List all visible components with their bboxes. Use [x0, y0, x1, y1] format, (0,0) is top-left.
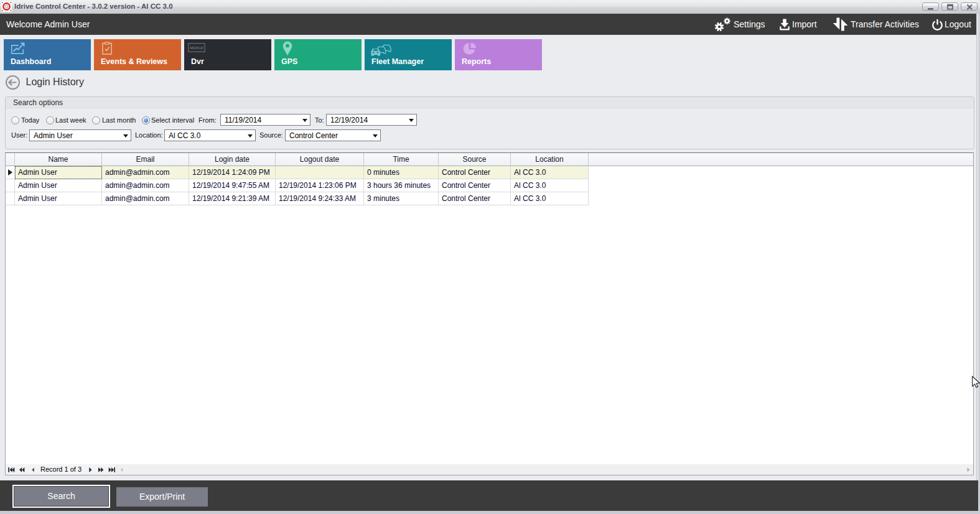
svg-text:MERGE: MERGE	[190, 46, 204, 50]
